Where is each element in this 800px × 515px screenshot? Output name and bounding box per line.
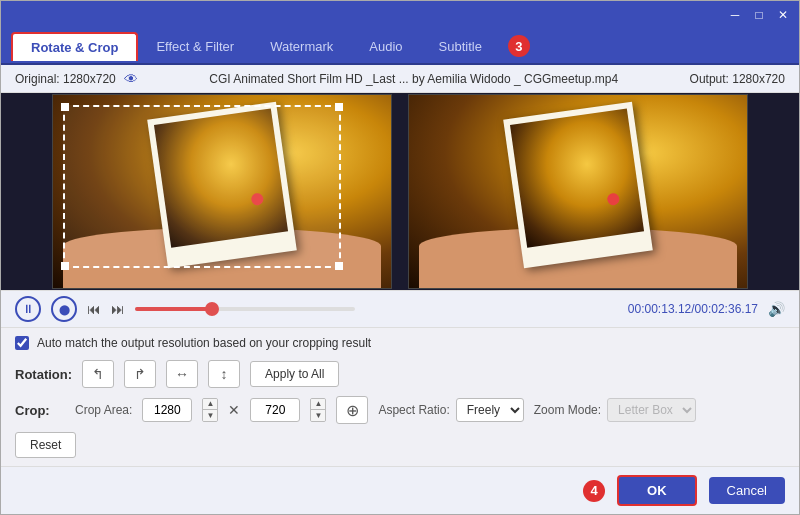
rotation-row: Rotation: ↰ ↱ ↔ ↕ Apply to All bbox=[15, 360, 785, 388]
crop-label: Crop: bbox=[15, 403, 65, 418]
crop-selection-box[interactable] bbox=[63, 105, 341, 268]
pause-button[interactable]: ⏸ bbox=[15, 296, 41, 322]
stop-icon: ⬤ bbox=[59, 304, 70, 315]
video-frame-right bbox=[409, 95, 747, 288]
polaroid-card-right bbox=[503, 102, 653, 269]
tab-audio[interactable]: Audio bbox=[351, 33, 420, 60]
progress-track[interactable] bbox=[135, 307, 355, 311]
next-frame-button[interactable]: ⏭ bbox=[111, 301, 125, 317]
crop-area-label: Crop Area: bbox=[75, 403, 132, 417]
flip-horizontal-button[interactable]: ↔ bbox=[166, 360, 198, 388]
aspect-ratio-label: Aspect Ratio: bbox=[378, 403, 449, 417]
time-total: 00:02:36.17 bbox=[695, 302, 758, 316]
zoom-mode-select[interactable]: Letter Box bbox=[607, 398, 696, 422]
crop-center-button[interactable]: ⊕ bbox=[336, 396, 368, 424]
aspect-ratio-group: Aspect Ratio: Freely bbox=[378, 398, 523, 422]
tab-effect-filter[interactable]: Effect & Filter bbox=[138, 33, 252, 60]
step3-badge: 3 bbox=[508, 35, 530, 57]
zoom-mode-label: Zoom Mode: bbox=[534, 403, 601, 417]
video-panel-left bbox=[52, 94, 392, 289]
time-current: 00:00:13.12 bbox=[628, 302, 691, 316]
crop-handle-tl[interactable] bbox=[61, 103, 69, 111]
pause-icon: ⏸ bbox=[22, 302, 34, 316]
volume-icon[interactable]: 🔊 bbox=[768, 301, 785, 317]
playback-bar: ⏸ ⬤ ⏮ ⏭ 00:00:13.12/00:02:36.17 🔊 bbox=[1, 290, 799, 328]
zoom-mode-group: Zoom Mode: Letter Box bbox=[534, 398, 696, 422]
aspect-ratio-select[interactable]: Freely bbox=[456, 398, 524, 422]
rotate-right-button[interactable]: ↱ bbox=[124, 360, 156, 388]
stop-button[interactable]: ⬤ bbox=[51, 296, 77, 322]
crop-width-down[interactable]: ▼ bbox=[203, 410, 217, 421]
tab-watermark[interactable]: Watermark bbox=[252, 33, 351, 60]
info-bar: Original: 1280x720 👁 CGI Animated Short … bbox=[1, 65, 799, 93]
title-bar: ─ □ ✕ bbox=[1, 1, 799, 29]
crop-handle-br[interactable] bbox=[335, 262, 343, 270]
step4-badge: 4 bbox=[583, 480, 605, 502]
tab-subtitle[interactable]: Subtitle bbox=[421, 33, 500, 60]
close-button[interactable]: ✕ bbox=[775, 7, 791, 23]
ok-button[interactable]: OK bbox=[617, 475, 697, 506]
prev-frame-button[interactable]: ⏮ bbox=[87, 301, 101, 317]
preview-icon[interactable]: 👁 bbox=[124, 71, 138, 87]
controls-area: Auto match the output resolution based o… bbox=[1, 328, 799, 466]
crop-height-spinner: ▲ ▼ bbox=[310, 398, 326, 422]
crop-handle-bl[interactable] bbox=[61, 262, 69, 270]
crop-width-input[interactable] bbox=[142, 398, 192, 422]
reset-button[interactable]: Reset bbox=[15, 432, 76, 458]
reset-row: Reset bbox=[15, 432, 785, 458]
crop-width-up[interactable]: ▲ bbox=[203, 399, 217, 410]
crop-handle-tr[interactable] bbox=[335, 103, 343, 111]
apply-to-all-button[interactable]: Apply to All bbox=[250, 361, 339, 387]
video-area bbox=[1, 93, 799, 290]
original-resolution: Original: 1280x720 bbox=[15, 72, 116, 86]
rotate-left-button[interactable]: ↰ bbox=[82, 360, 114, 388]
main-window: ─ □ ✕ Rotate & Crop Effect & Filter Wate… bbox=[0, 0, 800, 515]
output-resolution: Output: 1280x720 bbox=[690, 72, 785, 86]
crop-height-input[interactable] bbox=[250, 398, 300, 422]
minimize-button[interactable]: ─ bbox=[727, 7, 743, 23]
maximize-button[interactable]: □ bbox=[751, 7, 767, 23]
crop-row: Crop: Crop Area: ▲ ▼ ✕ ▲ ▼ ⊕ Aspect Rati… bbox=[15, 396, 785, 424]
progress-thumb[interactable] bbox=[205, 302, 219, 316]
auto-match-label: Auto match the output resolution based o… bbox=[37, 336, 371, 350]
rotation-label: Rotation: bbox=[15, 367, 72, 382]
crop-width-spinner: ▲ ▼ bbox=[202, 398, 218, 422]
auto-match-row: Auto match the output resolution based o… bbox=[15, 336, 785, 350]
flip-vertical-button[interactable]: ↕ bbox=[208, 360, 240, 388]
crop-height-up[interactable]: ▲ bbox=[311, 399, 325, 410]
crop-height-down[interactable]: ▼ bbox=[311, 410, 325, 421]
cancel-button[interactable]: Cancel bbox=[709, 477, 785, 504]
tab-bar: Rotate & Crop Effect & Filter Watermark … bbox=[1, 29, 799, 65]
filename-label: CGI Animated Short Film HD _Last ... by … bbox=[209, 72, 618, 86]
time-display: 00:00:13.12/00:02:36.17 bbox=[628, 302, 758, 316]
video-panel-right bbox=[408, 94, 748, 289]
window-controls: ─ □ ✕ bbox=[727, 7, 791, 23]
tab-rotate-crop[interactable]: Rotate & Crop bbox=[11, 32, 138, 61]
auto-match-checkbox[interactable] bbox=[15, 336, 29, 350]
progress-fill bbox=[135, 307, 212, 311]
action-bar: 4 OK Cancel bbox=[1, 466, 799, 514]
crop-x-label: ✕ bbox=[228, 402, 240, 418]
